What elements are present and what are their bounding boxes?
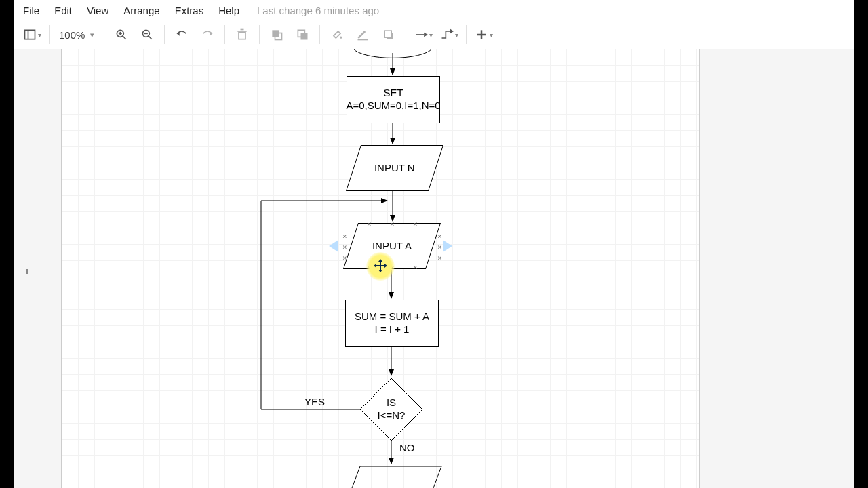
sidebar-toggle-button[interactable]: ▾: [22, 24, 42, 45]
node-input-n[interactable]: INPUT N: [346, 145, 443, 191]
svg-marker-10: [210, 31, 213, 36]
zoom-in-button[interactable]: [111, 24, 132, 45]
undo-button[interactable]: [172, 24, 192, 45]
svg-rect-19: [358, 39, 368, 41]
ruler-marker: [26, 269, 28, 274]
svg-point-18: [340, 37, 342, 39]
menu-edit[interactable]: Edit: [54, 5, 72, 16]
menu-arrange[interactable]: Arrange: [123, 5, 159, 16]
svg-line-3: [123, 37, 126, 39]
menu-help[interactable]: Help: [218, 5, 239, 16]
menu-view[interactable]: View: [87, 5, 108, 16]
svg-line-35: [352, 466, 360, 488]
svg-rect-0: [24, 30, 35, 39]
page[interactable]: SET A=0,SUM=0,I=1,N=0 INPUT N INPUT A × …: [61, 49, 700, 488]
to-back-button[interactable]: [292, 24, 313, 45]
svg-marker-9: [177, 31, 180, 36]
shadow-button[interactable]: [378, 24, 399, 45]
zoom-out-button[interactable]: [137, 24, 157, 45]
delete-button[interactable]: [232, 24, 252, 45]
connection-style-button[interactable]: ▾: [413, 24, 433, 45]
insert-button[interactable]: ▾: [473, 24, 494, 45]
line-color-button[interactable]: [353, 24, 373, 45]
redo-button[interactable]: [197, 24, 218, 45]
svg-line-7: [149, 37, 152, 39]
direction-hint-right[interactable]: [443, 240, 452, 252]
flowchart[interactable]: SET A=0,SUM=0,I=1,N=0 INPUT N INPUT A × …: [62, 49, 699, 488]
move-cursor-icon: [374, 259, 387, 272]
direction-hint-left[interactable]: [329, 240, 338, 252]
node-set[interactable]: SET A=0,SUM=0,I=1,N=0: [347, 76, 440, 123]
last-change-status: Last change 6 minutes ago: [257, 5, 379, 16]
toolbar: ▾ 100%▾: [14, 20, 854, 49]
edge-label-no[interactable]: NO: [399, 442, 415, 453]
svg-marker-22: [424, 33, 428, 37]
edge-label-yes[interactable]: YES: [304, 396, 325, 407]
waypoint-style-button[interactable]: ▾: [439, 24, 459, 45]
fill-color-button[interactable]: [327, 24, 347, 45]
node-decision[interactable]: IS I<=N?: [371, 396, 412, 423]
svg-rect-20: [385, 30, 392, 37]
zoom-level[interactable]: 100%▾: [59, 29, 94, 41]
menu-file[interactable]: File: [23, 5, 39, 16]
menu-extras[interactable]: Extras: [175, 5, 204, 16]
canvas[interactable]: SET A=0,SUM=0,I=1,N=0 INPUT N INPUT A × …: [14, 49, 854, 488]
svg-marker-23: [450, 29, 454, 34]
menu-bar: File Edit View Arrange Extras Help Last …: [14, 0, 854, 20]
svg-marker-37: [374, 259, 387, 272]
node-sum[interactable]: SUM = SUM + A I = I + 1: [345, 300, 439, 347]
svg-line-36: [433, 466, 441, 488]
svg-rect-11: [239, 33, 245, 39]
to-front-button[interactable]: [267, 24, 287, 45]
